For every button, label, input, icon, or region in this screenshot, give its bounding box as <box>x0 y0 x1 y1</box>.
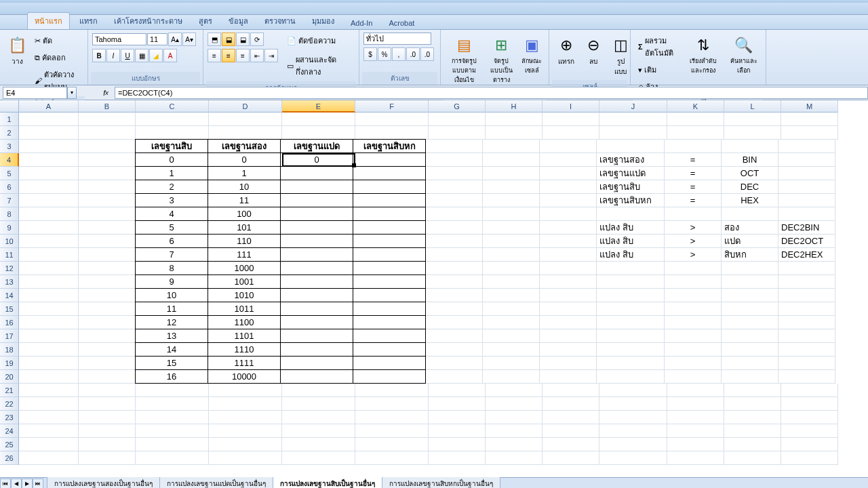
cell-D5[interactable]: 1 <box>208 166 281 180</box>
row-header-21[interactable]: 21 <box>0 384 19 397</box>
cell-D25[interactable] <box>209 438 282 451</box>
cell-M25[interactable] <box>781 438 838 451</box>
cell-M7[interactable] <box>778 194 835 207</box>
cell-J20[interactable] <box>597 370 665 384</box>
cell-L10[interactable]: แปด <box>722 235 778 248</box>
cell-I15[interactable] <box>540 302 597 316</box>
cell-D23[interactable] <box>209 411 282 424</box>
cell-E22[interactable] <box>282 397 355 411</box>
ribbon-tab-1[interactable]: แทรก <box>73 13 104 29</box>
cell-F11[interactable] <box>353 247 426 262</box>
decrease-indent-button[interactable]: ⇤ <box>250 49 264 62</box>
font-size-combo[interactable]: 11 <box>147 33 167 45</box>
cell-E18[interactable] <box>280 342 353 357</box>
cell-C15[interactable]: 11 <box>135 302 208 316</box>
cell-I23[interactable] <box>542 411 599 424</box>
cell-B14[interactable] <box>79 289 136 302</box>
cell-E25[interactable] <box>282 438 355 451</box>
sheet-tab-3[interactable]: การแปลงเลขฐานสิบหกเป็นฐานอื่นๆ <box>382 477 500 489</box>
cell-J9[interactable]: แปลง สิบ <box>597 221 665 235</box>
cell-A21[interactable] <box>19 384 79 397</box>
cell-G24[interactable] <box>429 424 486 438</box>
cell-J13[interactable] <box>597 275 665 289</box>
cell-G10[interactable] <box>426 235 483 248</box>
cell-D10[interactable]: 110 <box>208 234 281 248</box>
cell-B26[interactable] <box>79 451 136 465</box>
cell-E17[interactable] <box>280 329 353 343</box>
cell-D1[interactable] <box>209 113 282 126</box>
grow-font-button[interactable]: A▴ <box>168 33 182 46</box>
cell-A15[interactable] <box>19 302 79 316</box>
cell-A19[interactable] <box>19 357 79 370</box>
cell-B18[interactable] <box>79 343 136 357</box>
row-header-5[interactable]: 5 <box>0 167 19 180</box>
merge-center-button[interactable]: ▭ ผสานและจัดกึ่งกลาง <box>283 52 355 80</box>
cell-I1[interactable] <box>542 113 599 126</box>
name-box[interactable]: E4 <box>3 87 67 99</box>
cell-A7[interactable] <box>19 194 79 207</box>
cell-E11[interactable] <box>280 247 353 262</box>
cell-G3[interactable] <box>426 140 483 153</box>
cell-J4[interactable]: เลขฐานสอง <box>597 153 665 167</box>
cell-K17[interactable] <box>665 329 722 343</box>
cell-B5[interactable] <box>79 167 136 180</box>
cell-G11[interactable] <box>426 248 483 262</box>
insert-cells-button[interactable]: แทรก <box>553 33 579 68</box>
cell-F6[interactable] <box>353 180 426 194</box>
cell-K3[interactable] <box>665 140 722 153</box>
cell-E12[interactable] <box>280 261 353 275</box>
cell-K5[interactable]: = <box>665 167 722 180</box>
cell-M4[interactable] <box>778 153 835 167</box>
cell-G13[interactable] <box>426 275 483 289</box>
sheet-nav-0[interactable]: ⏮ <box>0 479 11 489</box>
cell-H19[interactable] <box>483 357 540 370</box>
cell-G26[interactable] <box>429 451 486 465</box>
cell-I25[interactable] <box>542 438 599 451</box>
cell-C16[interactable]: 12 <box>135 315 208 329</box>
cell-E23[interactable] <box>282 411 355 424</box>
cell-J1[interactable] <box>599 113 667 126</box>
col-header-G[interactable]: G <box>429 100 486 113</box>
cell-K14[interactable] <box>665 289 722 302</box>
cell-L22[interactable] <box>724 397 781 411</box>
sheet-tab-1[interactable]: การแปลงเลขฐานแปดเป็นฐานอื่นๆ <box>159 477 273 489</box>
cell-E20[interactable] <box>280 369 353 384</box>
cell-D3[interactable]: เลขฐานสอง <box>208 139 281 153</box>
cell-D2[interactable] <box>209 126 282 140</box>
autosum-button[interactable]: ผลรวมอัตโนมัติ <box>635 33 680 61</box>
cell-F10[interactable] <box>353 234 426 248</box>
cell-C6[interactable]: 2 <box>135 180 208 194</box>
increase-indent-button[interactable]: ⇥ <box>264 49 278 62</box>
cell-F15[interactable] <box>353 302 426 316</box>
cell-C8[interactable]: 4 <box>135 207 208 221</box>
ribbon-tab-0[interactable]: หน้าแรก <box>27 12 70 29</box>
cell-H8[interactable] <box>483 207 540 221</box>
underline-button[interactable]: U <box>121 49 134 62</box>
sheet-nav-1[interactable]: ◀ <box>11 479 22 489</box>
cell-A5[interactable] <box>19 167 79 180</box>
cell-H7[interactable] <box>483 194 540 207</box>
cell-F21[interactable] <box>355 384 429 397</box>
cell-J24[interactable] <box>599 424 667 438</box>
cell-I2[interactable] <box>542 126 599 140</box>
cell-H18[interactable] <box>483 343 540 357</box>
cell-L11[interactable]: สิบหก <box>722 248 778 262</box>
cell-K23[interactable] <box>667 411 724 424</box>
cell-H14[interactable] <box>483 289 540 302</box>
cell-C4[interactable]: 0 <box>135 152 208 167</box>
cell-K10[interactable]: > <box>665 235 722 248</box>
col-header-A[interactable]: A <box>19 100 79 113</box>
number-format-combo[interactable]: ทั่วไป <box>363 33 431 45</box>
cell-E10[interactable] <box>280 234 353 248</box>
cell-A10[interactable] <box>19 235 79 248</box>
cell-G4[interactable] <box>426 153 483 167</box>
cell-I4[interactable] <box>540 153 597 167</box>
cell-F20[interactable] <box>353 369 426 384</box>
cell-D18[interactable]: 1110 <box>208 342 281 357</box>
row-header-17[interactable]: 17 <box>0 329 19 343</box>
cell-E3[interactable]: เลขฐานแปด <box>280 139 353 153</box>
ribbon-tab-3[interactable]: สูตร <box>192 13 219 29</box>
select-all-corner[interactable] <box>0 100 19 113</box>
cell-B9[interactable] <box>79 221 136 235</box>
cell-H15[interactable] <box>483 302 540 316</box>
